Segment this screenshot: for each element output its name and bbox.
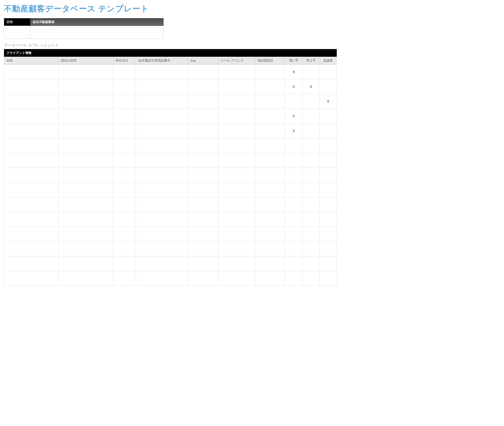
cell-name[interactable] [4,124,59,138]
cell-buyer[interactable]: X [285,109,303,124]
cell-engagement-date[interactable] [255,197,285,212]
cell-seller[interactable] [303,94,320,109]
cell-investor[interactable] [320,183,337,197]
cell-phone[interactable] [136,212,189,227]
cell-buyer[interactable] [285,197,303,212]
cell-email[interactable] [218,109,255,124]
cell-seller[interactable] [303,197,320,212]
cell-engagement-date[interactable] [255,138,285,153]
cell-engagement-date[interactable] [255,153,285,168]
cell-fax[interactable] [189,109,218,124]
cell-dob[interactable] [113,256,136,271]
cell-name[interactable] [4,109,59,124]
cell-dob[interactable] [113,183,136,197]
cell-address[interactable] [59,242,113,256]
cell-buyer[interactable]: X [285,79,303,94]
cell-fax[interactable] [189,271,218,286]
cell-name[interactable] [4,94,59,109]
cell-address[interactable] [59,65,113,79]
cell-fax[interactable] [189,124,218,138]
cell-seller[interactable] [303,183,320,197]
cell-email[interactable] [218,227,255,242]
cell-address[interactable] [59,124,113,138]
cell-address[interactable] [59,227,113,242]
cell-buyer[interactable] [285,168,303,183]
cell-address[interactable] [59,138,113,153]
cell-fax[interactable] [189,138,218,153]
cell-email[interactable] [218,94,255,109]
cell-phone[interactable] [136,168,189,183]
cell-engagement-date[interactable] [255,183,285,197]
cell-investor[interactable]: X [320,94,337,109]
cell-investor[interactable] [320,168,337,183]
cell-email[interactable] [218,256,255,271]
cell-fax[interactable] [189,168,218,183]
cell-name[interactable] [4,153,59,168]
cell-investor[interactable] [320,242,337,256]
cell-address[interactable] [59,94,113,109]
cell-name[interactable] [4,227,59,242]
cell-fax[interactable] [189,183,218,197]
cell-dob[interactable] [113,212,136,227]
cell-fax[interactable] [189,65,218,79]
cell-fax[interactable] [189,242,218,256]
cell-dob[interactable] [113,138,136,153]
cell-email[interactable] [218,138,255,153]
cell-phone[interactable] [136,94,189,109]
cell-name[interactable] [4,168,59,183]
cell-phone[interactable] [136,124,189,138]
cell-engagement-date[interactable] [255,271,285,286]
cell-seller[interactable] [303,109,320,124]
cell-phone[interactable] [136,153,189,168]
cell-dob[interactable] [113,65,136,79]
cell-seller[interactable] [303,271,320,286]
cell-phone[interactable] [136,256,189,271]
cell-phone[interactable] [136,109,189,124]
cell-engagement-date[interactable] [255,109,285,124]
cell-phone[interactable] [136,197,189,212]
cell-email[interactable] [218,153,255,168]
cell-engagement-date[interactable] [255,94,285,109]
cell-investor[interactable] [320,65,337,79]
cell-phone[interactable] [136,65,189,79]
cell-engagement-date[interactable] [255,227,285,242]
cell-seller[interactable] [303,242,320,256]
cell-dob[interactable] [113,94,136,109]
cell-email[interactable] [218,271,255,286]
cell-buyer[interactable]: X [285,124,303,138]
cell-dob[interactable] [113,109,136,124]
cell-dob[interactable] [113,79,136,94]
cell-investor[interactable] [320,109,337,124]
cell-buyer[interactable]: X [285,65,303,79]
cell-address[interactable] [59,271,113,286]
cell-dob[interactable] [113,153,136,168]
cell-buyer[interactable] [285,94,303,109]
cell-dob[interactable] [113,227,136,242]
cell-buyer[interactable] [285,256,303,271]
cell-fax[interactable] [189,153,218,168]
cell-email[interactable] [218,168,255,183]
cell-seller[interactable]: X [303,79,320,94]
cell-dob[interactable] [113,168,136,183]
cell-dob[interactable] [113,124,136,138]
cell-phone[interactable] [136,271,189,286]
cell-seller[interactable] [303,168,320,183]
cell-buyer[interactable] [285,153,303,168]
cell-name[interactable] [4,212,59,227]
cell-seller[interactable] [303,256,320,271]
cell-dob[interactable] [113,242,136,256]
cell-seller[interactable] [303,65,320,79]
cell-seller[interactable] [303,138,320,153]
cell-investor[interactable] [320,271,337,286]
cell-name[interactable] [4,79,59,94]
cell-buyer[interactable] [285,138,303,153]
cell-buyer[interactable] [285,242,303,256]
cell-address[interactable] [59,79,113,94]
cell-seller[interactable] [303,227,320,242]
cell-engagement-date[interactable] [255,256,285,271]
cell-address[interactable] [59,183,113,197]
cell-email[interactable] [218,65,255,79]
cell-dob[interactable] [113,197,136,212]
cell-address[interactable] [59,168,113,183]
cell-buyer[interactable] [285,227,303,242]
